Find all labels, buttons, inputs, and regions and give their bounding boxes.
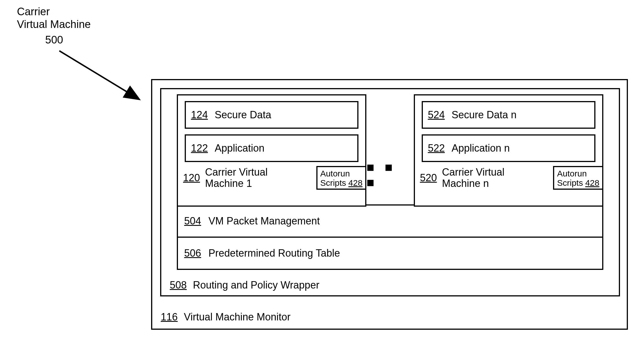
routing-policy-wrapper-ref: 508 bbox=[170, 279, 187, 291]
application-n-label: Application n bbox=[452, 142, 510, 154]
carrier-vm-n-label-l1: Carrier Virtual bbox=[442, 167, 504, 178]
vm-packet-management-label: VM Packet Management bbox=[208, 215, 320, 227]
vm-packet-management-ref: 504 bbox=[184, 215, 201, 227]
vmm-text: Virtual Machine Monitor bbox=[184, 311, 291, 323]
autorun-scripts-1-l1: Autorun bbox=[320, 169, 363, 178]
carrier-vm-n-ref: 520 bbox=[420, 172, 437, 184]
diagram-title-line1: Carrier bbox=[17, 6, 50, 18]
secure-data-n-ref: 524 bbox=[428, 109, 445, 121]
predetermined-routing-table-label: Predetermined Routing Table bbox=[208, 247, 340, 259]
autorun-scripts-1-ref: 428 bbox=[348, 178, 362, 187]
application-n-ref: 522 bbox=[428, 142, 445, 154]
autorun-scripts-n-ref: 428 bbox=[585, 178, 599, 187]
diagram-title-line2: Virtual Machine bbox=[17, 18, 91, 30]
autorun-scripts-1-box: Autorun Scripts 428 bbox=[316, 166, 367, 190]
routing-policy-wrapper-text: Routing and Policy Wrapper bbox=[193, 279, 319, 291]
wrapper-inner-group: 124 Secure Data 122 Application 120 Carr bbox=[177, 94, 603, 272]
secure-data-n-label: Secure Data n bbox=[452, 109, 517, 121]
application-1-ref: 122 bbox=[191, 142, 208, 154]
carrier-vm-1-footer: 120 Carrier Virtual Machine 1 Autorun Sc… bbox=[178, 162, 365, 194]
autorun-scripts-n-l1: Autorun bbox=[557, 169, 599, 178]
vm-packet-management-box: 504 VM Packet Management bbox=[177, 204, 603, 238]
application-n-box: 522 Application n bbox=[422, 134, 595, 162]
carrier-vm-n-label-group: 520 Carrier Virtual Machine n bbox=[420, 166, 553, 190]
arrow-icon bbox=[51, 45, 153, 107]
autorun-scripts-n-l2: Scripts bbox=[557, 178, 583, 187]
predetermined-routing-table-box: 506 Predetermined Routing Table bbox=[177, 238, 603, 270]
carrier-vm-n-label: Carrier Virtual Machine n bbox=[442, 167, 504, 189]
carrier-vm-row: 124 Secure Data 122 Application 120 Carr bbox=[177, 94, 603, 204]
carrier-vm-1-label-l2: Machine 1 bbox=[205, 178, 267, 189]
carrier-vm-1-label: Carrier Virtual Machine 1 bbox=[205, 167, 267, 189]
autorun-scripts-1-l2: Scripts bbox=[320, 178, 346, 187]
autorun-scripts-n-box: Autorun Scripts 428 bbox=[553, 166, 603, 190]
svg-line-0 bbox=[59, 51, 138, 99]
ellipsis-icon: ■ ■ ■ bbox=[366, 160, 414, 190]
diagram-title-refnum: 500 bbox=[45, 34, 63, 46]
vmm-ref: 116 bbox=[161, 311, 178, 323]
carrier-vm-1-label-group: 120 Carrier Virtual Machine 1 bbox=[183, 166, 316, 190]
carrier-vm-1-label-l1: Carrier Virtual bbox=[205, 167, 267, 178]
application-1-box: 122 Application bbox=[185, 134, 358, 162]
vmm-box: 124 Secure Data 122 Application 120 Carr bbox=[151, 79, 628, 330]
diagram-canvas: Carrier Virtual Machine 500 124 S bbox=[0, 0, 644, 343]
secure-data-n-box: 524 Secure Data n bbox=[422, 101, 595, 129]
routing-policy-wrapper-label: 508 Routing and Policy Wrapper bbox=[170, 279, 319, 291]
carrier-vm-n-label-l2: Machine n bbox=[442, 178, 504, 189]
carrier-vm-1-box: 124 Secure Data 122 Application 120 Carr bbox=[177, 94, 366, 207]
routing-policy-wrapper-box: 124 Secure Data 122 Application 120 Carr bbox=[160, 88, 620, 296]
vmm-label: 116 Virtual Machine Monitor bbox=[161, 311, 291, 323]
secure-data-1-ref: 124 bbox=[191, 109, 208, 121]
application-1-label: Application bbox=[215, 142, 264, 154]
carrier-vm-n-box: 524 Secure Data n 522 Application n 520 bbox=[414, 94, 603, 207]
carrier-vm-n-footer: 520 Carrier Virtual Machine n Autorun Sc… bbox=[415, 162, 602, 194]
predetermined-routing-table-ref: 506 bbox=[184, 247, 201, 259]
secure-data-1-box: 124 Secure Data bbox=[185, 101, 358, 129]
carrier-vm-1-ref: 120 bbox=[183, 172, 200, 184]
secure-data-1-label: Secure Data bbox=[215, 109, 271, 121]
